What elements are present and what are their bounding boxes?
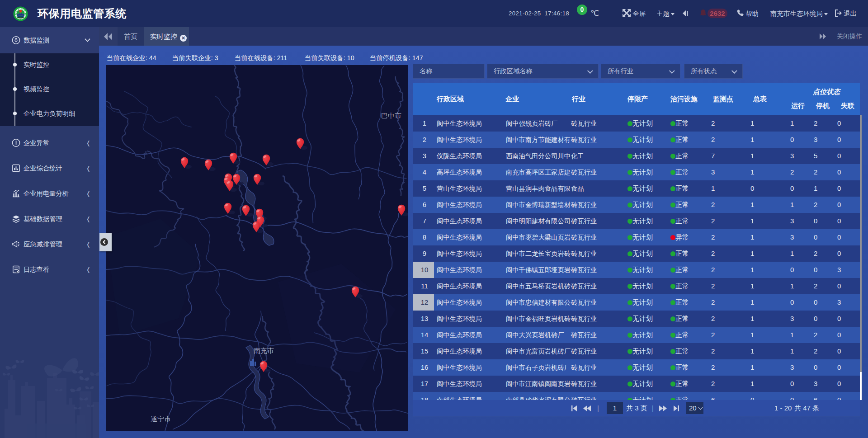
svg-text:遂宁市: 遂宁市 — [151, 415, 171, 423]
svg-text:巴中市: 巴中市 — [381, 112, 401, 119]
svg-text:南充市: 南充市 — [254, 347, 274, 354]
